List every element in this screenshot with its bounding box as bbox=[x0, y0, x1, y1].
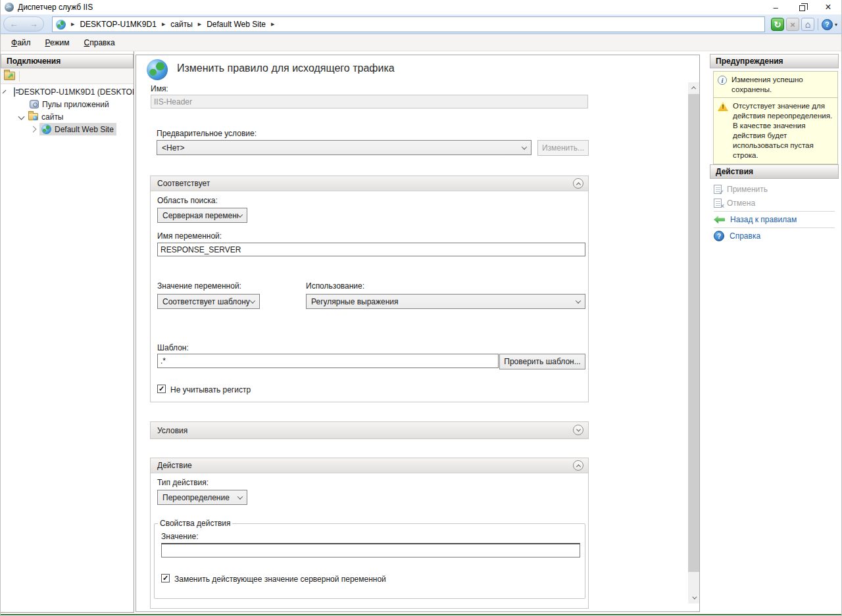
breadcrumb-sites[interactable]: сайты bbox=[170, 20, 193, 29]
back-to-rules-action[interactable]: Назад к правилам bbox=[714, 213, 839, 226]
help-label[interactable]: Справка bbox=[730, 231, 760, 241]
cancel-action: × Отмена bbox=[714, 197, 839, 210]
help-icon: ? bbox=[825, 20, 830, 28]
tree-server-label[interactable]: DESKTOP-U1MK9D1 (DESKTOP bbox=[18, 87, 134, 97]
tree-row-default-web-site[interactable]: Default Web Site bbox=[1, 123, 134, 135]
expand-button[interactable] bbox=[573, 425, 583, 435]
forward-nav-button[interactable]: → bbox=[30, 19, 38, 29]
replace-value-label: Заменить действующее значение серверной … bbox=[174, 575, 386, 584]
toolbar-separator bbox=[818, 18, 818, 30]
connections-toolbar bbox=[1, 68, 134, 84]
action-properties-title: Свойства действия bbox=[158, 519, 232, 528]
connections-panel: Подключения DESKTOP-U1MK9D1 (DESKTOP Пул… bbox=[1, 51, 134, 613]
menu-file[interactable]: Файл bbox=[6, 36, 36, 49]
test-pattern-button[interactable]: Проверить шаблон... bbox=[499, 354, 585, 369]
menu-view[interactable]: Режим bbox=[40, 36, 75, 49]
connections-header: Подключения bbox=[1, 54, 134, 68]
help-icon: ? bbox=[714, 231, 724, 241]
menu-help[interactable]: Справка bbox=[79, 36, 120, 49]
home-button[interactable]: ⌂ bbox=[801, 18, 814, 31]
precondition-value: <Нет> bbox=[162, 143, 184, 153]
expander-icon[interactable] bbox=[18, 114, 25, 120]
breadcrumb-arrow-icon: ▶ bbox=[271, 22, 274, 27]
chevron-up-icon bbox=[576, 464, 580, 469]
conditions-section: Условия bbox=[150, 421, 589, 439]
variable-name-label: Имя переменной: bbox=[157, 231, 222, 241]
close-button[interactable]: × bbox=[815, 0, 841, 14]
chevron-down-icon bbox=[250, 298, 255, 303]
help-caret-icon[interactable]: ▾ bbox=[835, 22, 837, 28]
match-section-header[interactable]: Соответствует bbox=[151, 176, 588, 191]
expander-icon[interactable] bbox=[3, 90, 7, 94]
match-section-title: Соответствует bbox=[157, 179, 210, 188]
chevron-down-icon bbox=[576, 298, 581, 303]
warning-alert-text: Отсутствует значение для действия переоп… bbox=[733, 101, 835, 160]
back-to-rules-label[interactable]: Назад к правилам bbox=[730, 215, 797, 224]
stop-icon: × bbox=[790, 20, 795, 30]
expander-icon[interactable] bbox=[30, 126, 37, 133]
window-title: Диспетчер служб IIS bbox=[18, 3, 93, 12]
iis-manager-window: Диспетчер служб IIS – × ← → ▶ DESKTOP-U1… bbox=[0, 0, 842, 616]
breadcrumb-arrow-icon: ▶ bbox=[198, 22, 201, 27]
using-label: Использование: bbox=[306, 281, 364, 291]
title-bar: Диспетчер служб IIS – × bbox=[1, 0, 841, 14]
edit-button-label: Изменить... bbox=[542, 143, 584, 153]
connections-tree: DESKTOP-U1MK9D1 (DESKTOP Пулы приложений… bbox=[1, 85, 134, 135]
help-button[interactable]: ? bbox=[822, 19, 833, 30]
using-select[interactable]: Регулярные выражения bbox=[306, 294, 585, 309]
pattern-field[interactable] bbox=[157, 354, 499, 368]
action-type-select[interactable]: Переопределение bbox=[157, 490, 247, 505]
breadcrumb-default-web-site[interactable]: Default Web Site bbox=[207, 20, 266, 29]
replace-value-checkbox[interactable]: ✓ bbox=[161, 574, 170, 582]
collapse-button[interactable] bbox=[573, 178, 583, 189]
vertical-scrollbar[interactable] bbox=[688, 82, 699, 604]
apply-action: ✓ Применить bbox=[714, 183, 839, 196]
back-nav-button[interactable]: ← bbox=[10, 19, 18, 29]
ignore-case-checkbox[interactable]: ✓ bbox=[157, 385, 166, 393]
chevron-down-icon bbox=[522, 144, 527, 149]
name-field bbox=[151, 95, 588, 108]
info-alert-text: Изменения успешно сохранены. bbox=[731, 75, 835, 95]
server-icon bbox=[14, 87, 15, 97]
restore-button[interactable] bbox=[789, 0, 815, 14]
chevron-down-icon bbox=[237, 494, 243, 499]
tree-row-server[interactable]: DESKTOP-U1MK9D1 (DESKTOP bbox=[1, 85, 134, 98]
save-connection-icon[interactable] bbox=[4, 72, 15, 80]
variable-value-select[interactable]: Соответствует шаблону bbox=[157, 294, 260, 309]
stop-button: × bbox=[786, 18, 799, 31]
alerts-header: Предупреждения bbox=[710, 54, 839, 68]
help-action[interactable]: ? Справка bbox=[714, 229, 839, 243]
conditions-section-header[interactable]: Условия bbox=[151, 422, 588, 438]
scroll-up-button[interactable] bbox=[688, 82, 699, 93]
home-icon: ⌂ bbox=[805, 19, 810, 30]
refresh-button[interactable]: ↻ bbox=[771, 18, 784, 31]
scope-label: Область поиска: bbox=[157, 196, 218, 205]
restore-icon bbox=[799, 5, 805, 11]
action-value-field[interactable] bbox=[161, 543, 580, 557]
precondition-select[interactable]: <Нет> bbox=[157, 140, 532, 155]
action-section-header[interactable]: Действие bbox=[151, 458, 588, 473]
scroll-down-button[interactable] bbox=[688, 592, 699, 604]
tree-default-site-label[interactable]: Default Web Site bbox=[55, 125, 114, 134]
chevron-up-icon bbox=[576, 182, 580, 187]
iis-app-icon bbox=[5, 3, 14, 12]
address-bar[interactable]: ▶ DESKTOP-U1MK9D1 ▶ сайты ▶ Default Web … bbox=[52, 16, 765, 32]
scope-select[interactable]: Серверная переменн bbox=[157, 208, 247, 223]
collapse-button[interactable] bbox=[573, 460, 583, 471]
feature-globe-icon bbox=[147, 59, 168, 80]
tree-row-app-pools[interactable]: Пулы приложений bbox=[1, 98, 134, 110]
variable-value-value: Соответствует шаблону bbox=[162, 297, 250, 306]
variable-name-field[interactable] bbox=[157, 243, 585, 256]
action-value-label: Значение: bbox=[161, 532, 199, 541]
minimize-button[interactable]: – bbox=[762, 0, 789, 14]
app-pools-icon bbox=[30, 100, 39, 108]
tree-app-pools-label[interactable]: Пулы приложений bbox=[42, 100, 109, 109]
cancel-icon: × bbox=[714, 199, 722, 208]
window-bottom-border bbox=[1, 614, 841, 615]
scrollbar-thumb[interactable] bbox=[688, 94, 699, 572]
action-type-value: Переопределение bbox=[162, 493, 230, 502]
tree-sites-label[interactable]: сайты bbox=[41, 112, 64, 122]
tree-row-sites[interactable]: сайты bbox=[1, 110, 134, 123]
toolbar-separator bbox=[19, 71, 20, 82]
breadcrumb-server[interactable]: DESKTOP-U1MK9D1 bbox=[80, 20, 156, 29]
